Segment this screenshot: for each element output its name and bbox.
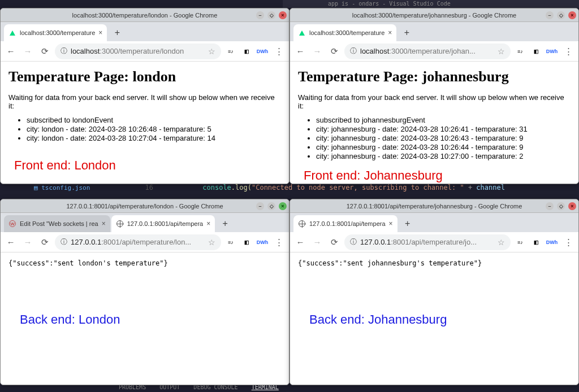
bookmark-star-icon[interactable]: ☆: [208, 47, 215, 56]
list-item: city: johannesburg - date: 2024-03-28 10…: [316, 152, 571, 160]
url-text: localhost:3000/temperature/london: [71, 47, 184, 55]
browser-tab[interactable]: localhost:3000/temperature ×: [293, 24, 396, 41]
globe-icon: [298, 220, 306, 228]
page-content: {"success":"sent london's temperature"} …: [1, 252, 289, 385]
list-item: city: johannesburg - date: 2024-03-28 10…: [316, 125, 571, 133]
reload-button[interactable]: ⟳: [38, 45, 51, 58]
browser-tab-inactive[interactable]: W Edit Post "Web sockets | rea ×: [4, 215, 110, 232]
reload-button[interactable]: ⟳: [327, 45, 341, 58]
chrome-menu-button[interactable]: ⋮: [272, 236, 286, 249]
extension-dwh-icon[interactable]: DWh: [546, 45, 558, 58]
extension-dwh-icon[interactable]: DWh: [256, 236, 269, 249]
tabstrip: W Edit Post "Web sockets | rea × 127.0.0…: [1, 213, 289, 232]
forward-button[interactable]: →: [310, 45, 324, 58]
vscode-topbar: app is - ondars - Visual Studio Code: [283, 0, 579, 8]
window-minimize-button[interactable]: –: [256, 11, 264, 19]
browser-tab[interactable]: 127.0.0.1:8001/api/tempera ×: [293, 215, 397, 232]
forward-button[interactable]: →: [21, 45, 34, 58]
vscode-file-icon: ▤ tsconfig.json: [34, 184, 90, 191]
back-button[interactable]: ←: [293, 236, 307, 249]
window-close-button[interactable]: ×: [568, 202, 576, 210]
globe-icon: [116, 220, 124, 228]
window-title: localhost:3000/temperature/london - Goog…: [72, 12, 218, 19]
side-panel-icon[interactable]: ◧: [530, 45, 542, 58]
tab-title: 127.0.0.1:8001/api/tempera: [309, 220, 386, 227]
site-info-icon[interactable]: ⓘ: [61, 46, 67, 56]
site-info-icon[interactable]: ⓘ: [350, 46, 357, 56]
tab-title: 127.0.0.1:8001/api/tempera: [127, 220, 204, 227]
extension-icon[interactable]: ≡♪: [514, 236, 526, 249]
forward-button[interactable]: →: [310, 236, 324, 249]
side-panel-icon[interactable]: ◧: [240, 45, 253, 58]
forward-button[interactable]: →: [21, 236, 34, 249]
site-info-icon[interactable]: ⓘ: [350, 237, 357, 247]
address-bar[interactable]: ⓘ localhost:3000/temperature/london ☆: [55, 43, 221, 59]
back-button[interactable]: ←: [4, 45, 18, 58]
page-content: Temperature Page: johannesburg Waiting f…: [290, 62, 578, 184]
bookmark-star-icon[interactable]: ☆: [208, 238, 215, 247]
event-list: subscribed to johannesburgEvent city: jo…: [298, 116, 571, 160]
window-minimize-button[interactable]: –: [546, 11, 554, 19]
tab-close-icon[interactable]: ×: [206, 220, 210, 228]
vscode-lineno: 16: [145, 184, 153, 191]
window-maximize-button[interactable]: ◇: [557, 11, 565, 19]
bookmark-star-icon[interactable]: ☆: [498, 238, 505, 247]
url-text: 127.0.0.1:8001/api/temperature/jo...: [360, 238, 477, 246]
browser-toolbar: ← → ⟳ ⓘ 127.0.0.1:8001/api/temperature/l…: [1, 232, 289, 252]
tab-close-icon[interactable]: ×: [389, 220, 393, 228]
reload-button[interactable]: ⟳: [38, 236, 51, 249]
reload-button[interactable]: ⟳: [327, 236, 341, 249]
window-close-button[interactable]: ×: [279, 202, 287, 210]
annotation-label: Back end: London: [8, 312, 281, 327]
json-response: {"success":"sent johannesburg's temperat…: [298, 259, 571, 267]
window-minimize-button[interactable]: –: [256, 202, 264, 210]
window-close-button[interactable]: ×: [568, 11, 576, 19]
annotation-label: Front end: London: [8, 158, 281, 173]
list-item: city: johannesburg - date: 2024-03-28 10…: [316, 134, 571, 142]
tab-close-icon[interactable]: ×: [388, 29, 392, 37]
extension-dwh-icon[interactable]: DWh: [546, 236, 558, 249]
window-close-button[interactable]: ×: [279, 11, 287, 19]
chrome-menu-button[interactable]: ⋮: [272, 45, 286, 58]
window-maximize-button[interactable]: ◇: [267, 11, 275, 19]
address-bar[interactable]: ⓘ 127.0.0.1:8001/api/temperature/jo... ☆: [344, 234, 511, 250]
extension-dwh-icon[interactable]: DWh: [256, 45, 269, 58]
browser-toolbar: ← → ⟳ ⓘ localhost:3000/temperature/londo…: [1, 41, 289, 62]
extension-icon[interactable]: ≡♪: [514, 45, 526, 58]
address-bar[interactable]: ⓘ 127.0.0.1:8001/api/temperature/lon... …: [55, 234, 221, 250]
window-titlebar[interactable]: 127.0.0.1:8001/api/temperature/johannesb…: [290, 199, 578, 213]
browser-tab[interactable]: 127.0.0.1:8001/api/tempera ×: [111, 215, 215, 232]
address-bar[interactable]: ⓘ localhost:3000/temperature/johan... ☆: [344, 43, 511, 59]
site-info-icon[interactable]: ⓘ: [61, 237, 67, 247]
chrome-window-frontend-johannesburg: localhost:3000/temperature/johannesburg …: [290, 8, 579, 184]
new-tab-button[interactable]: +: [218, 217, 232, 230]
window-maximize-button[interactable]: ◇: [557, 202, 565, 210]
new-tab-button[interactable]: +: [400, 26, 413, 40]
tabstrip: 127.0.0.1:8001/api/tempera × +: [290, 213, 578, 232]
chrome-menu-button[interactable]: ⋮: [561, 236, 575, 249]
extension-icon[interactable]: ≡♪: [224, 236, 237, 249]
event-list: subscribed to londonEvent city: london -…: [8, 116, 281, 142]
tabstrip: localhost:3000/temperature × +: [1, 22, 289, 41]
chrome-menu-button[interactable]: ⋮: [561, 45, 575, 58]
window-maximize-button[interactable]: ◇: [267, 202, 275, 210]
side-panel-icon[interactable]: ◧: [530, 236, 542, 249]
tab-close-icon[interactable]: ×: [98, 29, 102, 37]
window-titlebar[interactable]: localhost:3000/temperature/johannesburg …: [290, 8, 578, 22]
new-tab-button[interactable]: +: [401, 217, 414, 230]
tab-title: Edit Post "Web sockets | rea: [20, 220, 98, 227]
window-titlebar[interactable]: localhost:3000/temperature/london - Goog…: [1, 8, 289, 22]
new-tab-button[interactable]: +: [110, 26, 124, 40]
window-titlebar[interactable]: 127.0.0.1:8001/api/temperature/london - …: [1, 199, 289, 213]
side-panel-icon[interactable]: ◧: [240, 236, 253, 249]
list-item: city: london - date: 2024-03-28 10:26:48…: [27, 125, 281, 133]
back-button[interactable]: ←: [293, 45, 307, 58]
back-button[interactable]: ←: [4, 236, 18, 249]
browser-toolbar: ← → ⟳ ⓘ 127.0.0.1:8001/api/temperature/j…: [290, 232, 578, 252]
browser-tab[interactable]: localhost:3000/temperature ×: [4, 24, 107, 41]
page-content: {"success":"sent johannesburg's temperat…: [290, 252, 578, 385]
bookmark-star-icon[interactable]: ☆: [498, 47, 505, 56]
window-minimize-button[interactable]: –: [546, 202, 554, 210]
extension-icon[interactable]: ≡♪: [224, 45, 237, 58]
tab-close-icon[interactable]: ×: [102, 220, 106, 228]
